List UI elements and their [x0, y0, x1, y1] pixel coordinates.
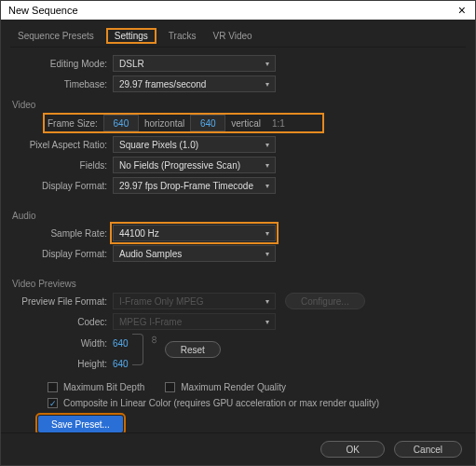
tab-bar: Sequence Presets Settings Tracks VR Vide…	[10, 27, 466, 48]
codec-dropdown: MPEG I-Frame ▾	[113, 313, 276, 330]
preview-width-input[interactable]: 640	[113, 338, 129, 349]
max-render-label: Maximum Render Quality	[181, 382, 286, 392]
dialog-footer: OK Cancel	[1, 432, 475, 465]
frame-size-row: Frame Size: 640 horizontal 640 vertical …	[44, 114, 323, 132]
chevron-down-icon: ▾	[265, 229, 269, 238]
window-title: New Sequence	[8, 5, 78, 16]
reset-button[interactable]: Reset	[165, 341, 221, 358]
display-format-v-value: 29.97 fps Drop-Frame Timecode	[119, 181, 253, 191]
fields-dropdown[interactable]: No Fields (Progressive Scan) ▾	[113, 157, 276, 173]
preview-height-input[interactable]: 640	[113, 359, 129, 369]
codec-value: MPEG I-Frame	[119, 317, 182, 327]
pixel-aspect-value: Square Pixels (1.0)	[119, 140, 198, 150]
tab-tracks[interactable]: Tracks	[165, 29, 200, 43]
timebase-dropdown[interactable]: 29.97 frames/second ▾	[113, 75, 276, 92]
frame-height-input[interactable]: 640	[190, 115, 225, 131]
fields-value: No Fields (Progressive Scan)	[119, 160, 240, 171]
cancel-button[interactable]: Cancel	[394, 441, 462, 458]
new-sequence-dialog: New Sequence × Sequence Presets Settings…	[0, 0, 476, 466]
max-render-checkbox[interactable]	[165, 382, 175, 392]
chevron-down-icon: ▾	[265, 80, 269, 89]
preview-file-format-dropdown: I-Frame Only MPEG ▾	[113, 293, 276, 309]
preview-width-label: Width:	[10, 338, 113, 349]
fields-label: Fields:	[10, 160, 113, 171]
chevron-down-icon: ▾	[265, 182, 269, 190]
link-icon[interactable]: 𝟾	[151, 334, 157, 346]
frame-size-label: Frame Size:	[48, 118, 103, 129]
configure-button: Configure...	[285, 293, 365, 309]
display-format-v-label: Display Format:	[10, 181, 113, 191]
preview-file-format-label: Preview File Format:	[10, 296, 113, 307]
dimension-bracket	[132, 334, 143, 365]
max-bit-depth-checkbox[interactable]	[48, 382, 58, 392]
chevron-down-icon: ▾	[265, 60, 269, 68]
save-preset-button[interactable]: Save Preset...	[38, 416, 123, 432]
sample-rate-label: Sample Rate:	[10, 228, 113, 239]
timebase-value: 29.97 frames/second	[119, 79, 206, 89]
aspect-value: 1:1	[266, 118, 291, 129]
tab-sequence-presets[interactable]: Sequence Presets	[14, 29, 98, 43]
chevron-down-icon: ▾	[265, 141, 269, 149]
max-bit-depth-label: Maximum Bit Depth	[63, 382, 144, 392]
pixel-aspect-label: Pixel Aspect Ratio:	[10, 140, 113, 150]
tab-settings[interactable]: Settings	[107, 29, 156, 43]
chevron-down-icon: ▾	[265, 250, 269, 258]
editing-mode-value: DSLR	[119, 59, 144, 69]
editing-mode-label: Editing Mode:	[10, 59, 113, 69]
display-format-a-dropdown[interactable]: Audio Samples ▾	[113, 245, 276, 262]
video-section-label: Video	[12, 100, 466, 110]
ok-button[interactable]: OK	[320, 441, 384, 458]
preview-file-format-value: I-Frame Only MPEG	[119, 296, 204, 307]
chevron-down-icon: ▾	[265, 297, 269, 306]
editing-mode-dropdown[interactable]: DSLR ▾	[113, 55, 276, 72]
display-format-a-value: Audio Samples	[119, 249, 182, 259]
vertical-label: vertical	[225, 118, 266, 129]
frame-width-input[interactable]: 640	[103, 115, 139, 131]
codec-label: Codec:	[10, 317, 113, 327]
chevron-down-icon: ▾	[265, 318, 269, 326]
sample-rate-dropdown[interactable]: 44100 Hz ▾	[113, 225, 276, 241]
audio-section-label: Audio	[12, 211, 466, 221]
close-icon[interactable]: ×	[453, 3, 471, 18]
pixel-aspect-dropdown[interactable]: Square Pixels (1.0) ▾	[113, 136, 276, 153]
display-format-a-label: Display Format:	[10, 249, 113, 259]
horizontal-label: horizontal	[139, 118, 190, 129]
timebase-label: Timebase:	[10, 79, 113, 89]
video-previews-section-label: Video Previews	[12, 279, 466, 289]
chevron-down-icon: ▾	[265, 161, 269, 170]
preview-height-label: Height:	[10, 359, 113, 369]
tab-vr-video[interactable]: VR Video	[210, 29, 256, 43]
sample-rate-value: 44100 Hz	[119, 228, 159, 239]
display-format-v-dropdown[interactable]: 29.97 fps Drop-Frame Timecode ▾	[113, 177, 276, 194]
composite-linear-label: Composite in Linear Color (requires GPU …	[63, 398, 379, 408]
titlebar: New Sequence ×	[1, 1, 475, 20]
composite-linear-checkbox[interactable]: ✓	[48, 398, 58, 408]
